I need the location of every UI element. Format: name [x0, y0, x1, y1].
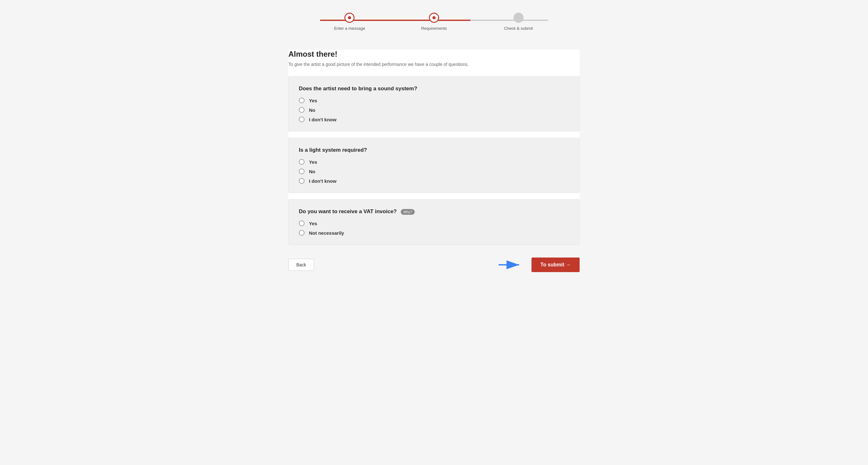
step-circle-3	[514, 13, 524, 23]
step-check-submit: Check & submit	[476, 13, 561, 31]
step-label-1: Enter a message	[334, 26, 365, 31]
question-sound-system: Does the artist need to bring a sound sy…	[288, 76, 580, 132]
radio-label-light-yes: Yes	[309, 159, 317, 165]
question-title-1: Does the artist need to bring a sound sy…	[299, 86, 569, 92]
back-button[interactable]: Back	[288, 259, 314, 271]
step-label-2: Requirements	[421, 26, 447, 31]
radio-vat-notnec[interactable]: Not necessarily	[299, 230, 569, 236]
radio-circle-vat-notnec[interactable]	[299, 230, 305, 236]
radio-vat-yes[interactable]: Yes	[299, 221, 569, 226]
page-subtitle: To give the artist a good picture of the…	[288, 62, 580, 67]
radio-label-light-dontknow: I don't know	[309, 178, 337, 184]
main-content: Almost there! To give the artist a good …	[288, 50, 580, 245]
question-title-3: Do you want to receive a VAT invoice? Wh…	[299, 208, 569, 215]
radio-circle-vat-yes[interactable]	[299, 221, 305, 226]
radio-light-yes[interactable]: Yes	[299, 159, 569, 165]
radio-circle-light-no[interactable]	[299, 169, 305, 174]
progress-bar: Enter a message Requirements Check & sub…	[288, 13, 580, 31]
bottom-navigation: Back To submit →	[288, 258, 580, 272]
radio-circle-sound-yes[interactable]	[299, 97, 305, 103]
radio-label-sound-no: No	[309, 107, 315, 113]
radio-light-no[interactable]: No	[299, 169, 569, 174]
radio-label-sound-dontknow: I don't know	[309, 117, 337, 122]
radio-circle-light-yes[interactable]	[299, 159, 305, 165]
radio-sound-no[interactable]: No	[299, 107, 569, 113]
radio-label-sound-yes: Yes	[309, 98, 317, 103]
radio-label-light-no: No	[309, 169, 315, 174]
radio-sound-yes[interactable]: Yes	[299, 97, 569, 103]
radio-label-vat-yes: Yes	[309, 221, 317, 226]
radio-label-vat-notnec: Not necessarily	[309, 230, 344, 236]
step-requirements: Requirements	[392, 13, 476, 31]
step-label-3: Check & submit	[504, 26, 533, 31]
why-badge[interactable]: Why?	[401, 209, 415, 215]
nav-right: To submit →	[499, 258, 580, 272]
submit-button[interactable]: To submit →	[531, 258, 580, 272]
step-circle-1	[344, 13, 354, 23]
question-title-2: Is a light system required?	[299, 147, 569, 153]
step-circle-2	[429, 13, 439, 23]
radio-circle-sound-dontknow[interactable]	[299, 117, 305, 122]
radio-light-dontknow[interactable]: I don't know	[299, 178, 569, 184]
page-heading: Almost there!	[288, 50, 580, 59]
step-enter-message: Enter a message	[307, 13, 392, 31]
question-vat-invoice: Do you want to receive a VAT invoice? Wh…	[288, 199, 580, 245]
blue-arrow-icon	[499, 259, 524, 271]
radio-circle-sound-no[interactable]	[299, 107, 305, 113]
radio-sound-dontknow[interactable]: I don't know	[299, 117, 569, 122]
radio-circle-light-dontknow[interactable]	[299, 178, 305, 184]
question-light-system: Is a light system required? Yes No I don…	[288, 138, 580, 193]
